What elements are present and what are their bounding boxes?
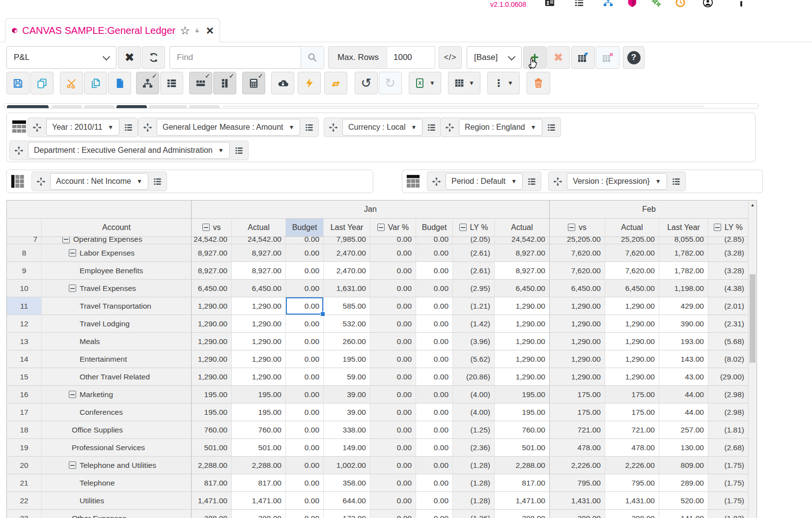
more-options-button[interactable]: ⋮ ▼ — [487, 72, 520, 94]
value-cell[interactable]: 8,927.00 — [191, 262, 231, 279]
code-button[interactable]: </> — [439, 46, 462, 69]
scroll-up-icon[interactable]: ▲ — [749, 201, 756, 209]
value-cell[interactable]: 721.00 — [605, 421, 659, 438]
value-cell[interactable]: 388.00 — [494, 510, 549, 518]
value-cell[interactable]: (2.95) — [452, 280, 494, 297]
page-filter-chip-selector[interactable]: Year : 2010/11▼ — [46, 119, 119, 136]
value-cell[interactable]: 1,290.00 — [494, 350, 549, 368]
value-cell[interactable]: 7,620.00 — [549, 262, 605, 279]
value-cell[interactable]: 44.00 — [659, 403, 708, 421]
fill-handle[interactable] — [320, 312, 325, 317]
collapse-icon[interactable] — [69, 285, 76, 292]
value-cell[interactable]: 59.00 — [323, 368, 370, 385]
account-cell[interactable]: Entertainment — [41, 350, 191, 368]
account-cell[interactable]: Telephone — [41, 474, 191, 491]
value-cell[interactable]: 6,450.00 — [605, 280, 659, 297]
row-number[interactable]: 19 — [7, 439, 41, 456]
value-cell[interactable]: 1,290.00 — [549, 350, 605, 368]
column-header-toggle-button[interactable] — [189, 72, 212, 94]
scrollbar-thumb[interactable] — [750, 274, 756, 363]
undo-button[interactable]: ↺ — [355, 72, 378, 94]
column-header[interactable]: Budget — [416, 219, 452, 236]
value-cell[interactable]: 478.00 — [605, 439, 659, 456]
value-cell[interactable]: 1,290.00 — [605, 368, 659, 385]
row-filter-chip-selector[interactable]: Account : Net Income▼ — [50, 173, 148, 190]
view-selector[interactable]: P&L — [6, 46, 116, 69]
value-cell[interactable]: 501.00 — [191, 439, 231, 456]
value-cell[interactable]: 0.00 — [285, 386, 323, 403]
row-number[interactable]: 14 — [7, 350, 41, 368]
value-cell[interactable]: (1.75) — [708, 457, 748, 474]
field-list-icon[interactable] — [234, 146, 244, 155]
shield-icon[interactable] — [627, 0, 638, 8]
move-icon[interactable] — [553, 177, 562, 186]
bolt-button[interactable] — [298, 72, 321, 94]
sheet-tab[interactable] — [149, 105, 187, 109]
value-cell[interactable]: 0.00 — [285, 403, 323, 421]
move-icon[interactable] — [14, 146, 24, 155]
value-cell[interactable]: 1,290.00 — [549, 368, 605, 385]
account-cell[interactable]: Labor Expenses — [41, 244, 191, 261]
value-cell[interactable]: 760.00 — [191, 421, 231, 438]
value-cell[interactable]: 1,290.00 — [191, 368, 231, 385]
account-cell[interactable]: Telephone and Utilities — [41, 457, 191, 474]
collapse-icon[interactable] — [459, 224, 467, 231]
paste-button[interactable] — [108, 72, 131, 94]
field-list-icon[interactable] — [427, 123, 436, 132]
value-cell[interactable]: 0.00 — [285, 237, 323, 244]
clock-icon[interactable] — [675, 0, 686, 8]
value-cell[interactable]: (2.61) — [452, 262, 494, 279]
value-cell[interactable]: 2,288.00 — [231, 457, 285, 474]
move-icon[interactable] — [432, 177, 441, 186]
value-cell[interactable]: 0.00 — [285, 315, 323, 332]
column-header[interactable]: Last Year — [323, 219, 370, 236]
value-cell[interactable]: 193.00 — [659, 333, 708, 350]
column-header[interactable]: vs — [191, 219, 231, 236]
user-icon[interactable] — [702, 0, 713, 8]
list-view-button[interactable] — [160, 72, 183, 94]
value-cell[interactable]: 172.00 — [323, 510, 370, 518]
info-icon[interactable] — [736, 0, 747, 8]
save-button[interactable] — [6, 72, 29, 94]
value-cell[interactable]: 1,290.00 — [191, 297, 231, 315]
value-cell[interactable]: 1,290.00 — [191, 333, 231, 350]
value-cell[interactable]: 1,290.00 — [231, 315, 285, 332]
value-cell[interactable]: 0.00 — [285, 244, 323, 261]
value-cell[interactable]: 6,450.00 — [231, 280, 285, 297]
collapse-icon[interactable] — [202, 224, 210, 231]
value-cell[interactable]: 195.00 — [494, 403, 549, 421]
value-cell[interactable]: (1.21) — [452, 297, 494, 315]
value-cell[interactable]: 388.00 — [191, 510, 231, 518]
value-cell[interactable]: 2,470.00 — [323, 244, 370, 261]
value-cell[interactable]: (1.81) — [708, 421, 748, 438]
value-cell[interactable]: 175.00 — [549, 403, 605, 421]
value-cell[interactable]: 2,226.00 — [605, 457, 659, 474]
value-cell[interactable]: 0.00 — [416, 244, 452, 261]
cut-button[interactable] — [60, 72, 83, 94]
value-cell[interactable]: 0.00 — [285, 510, 323, 518]
sheet-tab[interactable] — [7, 105, 49, 109]
page-filter-chip-selector[interactable]: Department : Executive General and Admin… — [28, 142, 230, 159]
value-cell[interactable]: 1,290.00 — [605, 333, 659, 350]
value-cell[interactable]: (1.26) — [452, 510, 494, 518]
value-cell[interactable]: 175.00 — [605, 403, 659, 421]
row-number[interactable]: 11 — [7, 297, 41, 315]
value-cell[interactable]: 1,198.00 — [659, 280, 708, 297]
value-cell[interactable]: 1,290.00 — [494, 315, 549, 332]
row-number[interactable]: 10 — [7, 280, 41, 297]
value-cell[interactable]: 260.00 — [323, 333, 370, 350]
value-cell[interactable]: 141.00 — [659, 510, 708, 518]
value-cell[interactable]: 0.00 — [416, 474, 452, 491]
column-filter-chip-selector[interactable]: Version : {Expression}▼ — [567, 173, 667, 190]
row-number[interactable]: 23 — [7, 510, 41, 518]
value-cell[interactable]: 7,985.00 — [323, 237, 370, 244]
value-cell[interactable]: 1,471.00 — [231, 492, 285, 509]
value-cell[interactable]: 1,290.00 — [549, 333, 605, 350]
value-cell[interactable]: 24,542.00 — [191, 237, 231, 244]
sheet-tab[interactable] — [116, 105, 147, 109]
value-cell[interactable]: 0.00 — [370, 368, 416, 385]
value-cell[interactable]: 1,290.00 — [605, 350, 659, 368]
value-cell[interactable]: 809.00 — [659, 457, 708, 474]
collapse-icon[interactable] — [568, 224, 575, 231]
value-cell[interactable]: 1,290.00 — [191, 315, 231, 332]
